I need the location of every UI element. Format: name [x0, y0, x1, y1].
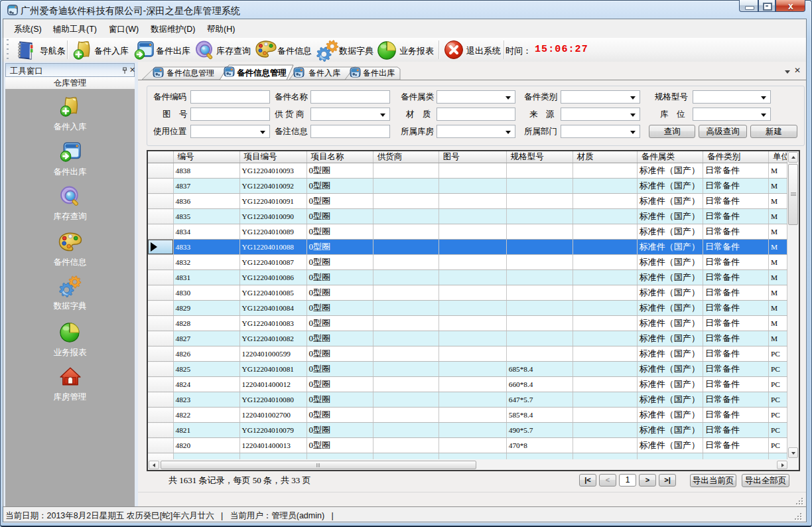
svg-text:备件入库: 备件入库: [308, 68, 340, 78]
svg-text:备件信息管理: 备件信息管理: [167, 68, 214, 78]
svg-text:备件信息管理: 备件信息管理: [236, 68, 287, 78]
svg-text:备件出库: 备件出库: [363, 68, 395, 78]
